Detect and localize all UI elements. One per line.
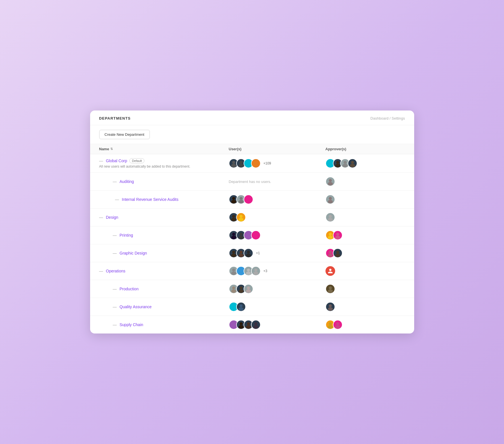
svg-point-36 [247, 233, 250, 236]
avatar [333, 230, 343, 240]
approver-cell-production [325, 284, 405, 294]
svg-point-60 [254, 268, 257, 272]
dept-name-cell: — Internal Revenue Service Audits [99, 197, 229, 202]
svg-point-26 [232, 215, 235, 218]
svg-point-37 [246, 236, 251, 239]
approver-person-icon [325, 266, 335, 276]
users-cell-design [229, 212, 325, 222]
users-cell-qa [229, 302, 325, 312]
dept-link-quality-assurance[interactable]: Quality Assurance [120, 305, 152, 309]
svg-point-76 [232, 322, 235, 325]
svg-point-31 [328, 218, 333, 221]
dept-link-global-corp[interactable]: Global Corp [106, 159, 127, 163]
svg-point-34 [239, 233, 242, 236]
avatar [325, 284, 335, 294]
svg-point-82 [254, 322, 257, 325]
dash-icon: — [106, 287, 117, 291]
svg-point-47 [238, 254, 244, 257]
svg-point-51 [328, 254, 333, 257]
svg-point-74 [329, 304, 332, 307]
dash-icon: — [106, 233, 117, 237]
dept-link-supply-chain[interactable]: Supply Chain [120, 322, 143, 327]
dept-link-design[interactable]: Design [106, 215, 119, 220]
dept-link-printing[interactable]: Printing [120, 233, 133, 237]
svg-point-33 [231, 236, 236, 239]
svg-point-83 [253, 325, 258, 329]
svg-point-78 [239, 322, 242, 325]
svg-point-58 [247, 268, 250, 272]
svg-point-54 [232, 268, 235, 272]
page-header: DEPARTMENTS Dashboard / Settings [90, 111, 414, 125]
dash-icon: — [106, 322, 117, 327]
svg-point-85 [328, 325, 333, 329]
svg-point-4 [247, 161, 250, 164]
svg-point-29 [238, 218, 244, 221]
svg-point-5 [246, 164, 251, 167]
approver-cell-graphic-design [325, 248, 405, 258]
users-count: +3 [264, 269, 267, 273]
svg-point-24 [329, 197, 332, 200]
svg-point-39 [253, 236, 258, 239]
dept-link-irs-audits[interactable]: Internal Revenue Service Audits [122, 197, 179, 202]
sort-icon: ⇅ [110, 147, 113, 151]
col-header-name[interactable]: Name ⇅ [99, 147, 229, 151]
svg-point-75 [328, 307, 333, 311]
approver-stack [325, 230, 343, 240]
default-badge: Default [129, 158, 144, 163]
dept-name-row: — Global Corp Default [99, 158, 229, 163]
approver-cell-supply-chain [325, 320, 405, 330]
avatar-stack [229, 320, 261, 330]
dept-row-printing: — Printing [90, 226, 414, 244]
avatar [251, 159, 261, 168]
svg-point-45 [231, 254, 236, 257]
svg-point-2 [239, 161, 242, 164]
dash-icon: — [106, 179, 117, 184]
svg-point-25 [328, 200, 333, 203]
avatar-stack [229, 230, 261, 240]
svg-point-40 [329, 233, 332, 236]
avatar-stack [229, 159, 261, 168]
dept-name-row: — Design [99, 215, 229, 220]
svg-point-23 [246, 200, 251, 203]
svg-point-28 [239, 215, 242, 218]
dept-link-auditing[interactable]: Auditing [120, 179, 134, 184]
avatar [244, 284, 253, 294]
avatar [325, 212, 335, 222]
dept-name-cell: — Quality Assurance [99, 305, 229, 309]
dept-row-production: — Production [90, 280, 414, 298]
svg-point-59 [246, 272, 251, 275]
dash-icon: — [99, 269, 103, 273]
dept-name-cell: — Production [99, 287, 229, 291]
users-cell-global-corp: +109 [229, 159, 325, 168]
svg-point-15 [350, 164, 355, 167]
users-cell-irs [229, 195, 325, 204]
svg-point-77 [231, 325, 236, 329]
svg-point-11 [335, 164, 340, 167]
create-department-button[interactable]: Create New Department [99, 130, 150, 139]
svg-point-17 [328, 182, 333, 185]
avatar [333, 320, 343, 330]
dept-name-cell: — Supply Chain [99, 322, 229, 327]
avatar [348, 159, 357, 168]
svg-point-27 [231, 218, 236, 221]
dept-link-operations[interactable]: Operations [106, 269, 125, 273]
svg-point-1 [231, 164, 236, 167]
svg-point-81 [246, 325, 251, 329]
approver-cell-irs [325, 195, 405, 204]
dept-link-production[interactable]: Production [120, 287, 139, 291]
svg-point-21 [238, 200, 244, 203]
dept-name-row: — Graphic Design [99, 251, 229, 255]
svg-point-20 [239, 197, 242, 200]
dept-subtitle: All new users will automatically be adde… [99, 164, 229, 168]
svg-point-16 [329, 179, 332, 182]
svg-point-30 [329, 215, 332, 218]
svg-point-6 [254, 161, 257, 164]
svg-point-67 [246, 289, 251, 293]
avatar [236, 212, 246, 222]
svg-point-46 [239, 251, 242, 254]
svg-point-13 [343, 164, 348, 167]
svg-point-38 [254, 233, 257, 236]
dept-link-graphic-design[interactable]: Graphic Design [120, 251, 147, 255]
avatar-stack [229, 266, 261, 276]
dept-row-design: — Design [90, 209, 414, 226]
